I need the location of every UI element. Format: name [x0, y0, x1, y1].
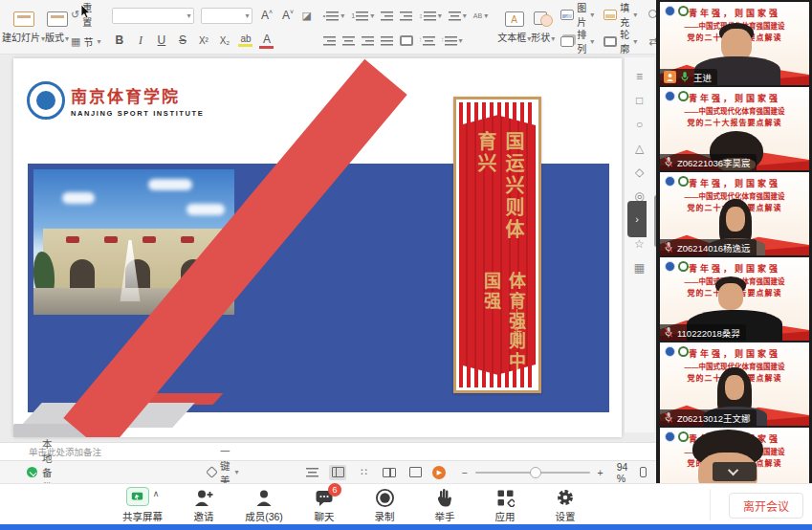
participant-tile[interactable]: 青年强，则国家强 ——中国式现代化体育强国建设 党的二十大报告要点解读 1102: [660, 257, 809, 341]
align-center-button[interactable]: [342, 35, 355, 46]
record-icon: [375, 488, 395, 508]
fill-button[interactable]: 填充▾: [604, 5, 637, 24]
text-direction-button[interactable]: AB▾: [473, 11, 488, 20]
section-icon: ▦: [71, 35, 80, 48]
scroll-participants-down-button[interactable]: [713, 462, 757, 481]
normal-view-button[interactable]: [329, 465, 346, 480]
layout-icon: [47, 11, 68, 27]
participant-name-bar: 110222018桑羿: [660, 324, 746, 341]
invite-button[interactable]: 邀请: [185, 487, 223, 523]
numbered-list-button[interactable]: 1▾: [351, 11, 374, 21]
chevron-down-icon: [727, 465, 737, 475]
notes-pane[interactable]: 单击此处添加备注: [0, 442, 656, 460]
participant-tile[interactable]: 青年强，则国家强 ——中国式现代化体育强国建设 党的二十大报告要点解读: [660, 2, 809, 85]
shapes-button[interactable]: 形状▾: [531, 4, 555, 52]
increase-indent-button[interactable]: [400, 11, 412, 21]
subscript-button[interactable]: X₂: [217, 35, 231, 46]
participant-name: 110222018桑羿: [677, 326, 740, 340]
line-spacing-button[interactable]: ↕▾: [419, 11, 442, 21]
reading-view-button[interactable]: [381, 465, 398, 480]
align-left-button[interactable]: [323, 35, 336, 46]
side-tool-media-icon[interactable]: ▦: [634, 262, 645, 274]
side-tool-design-icon[interactable]: ◇: [635, 166, 644, 178]
participant-tile[interactable]: 青年强，则国家强 ——中国式现代化体育强国建设 党的二十大报告要点解读 Z062: [660, 172, 809, 255]
school-name-en: NANJING SPORT INSTITUTE: [71, 109, 204, 118]
reset-icon: ↺: [71, 9, 79, 21]
slideshow-play-button[interactable]: ▶: [432, 466, 446, 479]
align-right-button[interactable]: [362, 35, 374, 46]
slide[interactable]: 南京体育学院 NANJING SPORT INSTITUTE: [13, 58, 622, 437]
raise-hand-button[interactable]: 举手: [426, 487, 464, 523]
school-name-cn: 南京体育学院: [71, 83, 204, 107]
window-bottom-strip: [0, 524, 812, 530]
bullet-list-button[interactable]: •▾: [323, 11, 344, 21]
align-top-button[interactable]: ∶: [420, 35, 435, 46]
align-middle-button[interactable]: ∶▾: [442, 35, 463, 46]
decrease-indent-button[interactable]: [381, 11, 393, 21]
settings-button[interactable]: 设置: [546, 487, 584, 523]
shrink-font-button[interactable]: A˅: [280, 9, 295, 22]
columns-button[interactable]: ▾: [449, 11, 467, 21]
new-slide-button[interactable]: 建幻灯片▾: [2, 4, 45, 52]
underline-button[interactable]: U: [154, 33, 168, 47]
zoom-in-button[interactable]: +: [598, 467, 604, 478]
meeting-window: 建幻灯片▾ 版式▾ ↺重置 ▦节▾ ▾ ▾ A˄ A˅ ◪ B I U S: [0, 0, 812, 530]
side-tool-slide-icon[interactable]: □: [636, 95, 643, 106]
chat-unread-badge: 6: [328, 483, 341, 497]
participant-name: Z06214016杨逸远: [677, 241, 751, 254]
record-button[interactable]: 录制: [365, 487, 404, 523]
font-size-select[interactable]: ▾: [201, 8, 252, 24]
apps-icon: [496, 489, 515, 507]
section-button[interactable]: ▦节▾: [71, 32, 100, 51]
toolbar-divider: [710, 489, 711, 520]
bold-button[interactable]: B: [112, 33, 126, 47]
fill-icon: [604, 10, 617, 20]
new-slide-icon: [13, 11, 34, 27]
slide-sorter-button[interactable]: ∷: [355, 465, 372, 480]
distribute-button[interactable]: [400, 35, 413, 46]
highlight-color-button[interactable]: ab: [238, 33, 252, 47]
participants-sidebar: 青年强，则国家强 ——中国式现代化体育强国建设 党的二十大报告要点解读: [656, 0, 812, 483]
side-tool-properties-icon[interactable]: ≡: [636, 71, 643, 82]
arrange-icon: [560, 36, 574, 47]
layout-button[interactable]: 版式▾: [45, 4, 69, 52]
chat-button[interactable]: 6 聊天: [305, 487, 343, 523]
font-name-select[interactable]: ▾: [112, 8, 194, 24]
clear-format-icon[interactable]: ◪: [301, 10, 311, 22]
superscript-button[interactable]: X²: [196, 35, 210, 46]
layout-label: 版式: [45, 33, 64, 43]
share-screen-button[interactable]: ∧ 共享屏幕: [122, 487, 163, 523]
participant-tile[interactable]: 青年强，则国家强 ——中国式现代化体育强国建设 党的二十大报告要点解读 Z062…: [660, 87, 809, 170]
mic-muted-icon: [664, 411, 673, 424]
members-button[interactable]: 成员(36): [245, 487, 283, 523]
participant-tile[interactable]: 青年强，则国家强 ——中国式现代化体育强国建设 党的二十大报告要点解读 Z062: [660, 342, 809, 426]
zoom-slider-knob[interactable]: [530, 467, 541, 478]
font-color-button[interactable]: A: [259, 33, 274, 49]
zoom-out-button[interactable]: −: [461, 467, 467, 478]
grow-font-button[interactable]: A˄: [259, 9, 274, 22]
new-slide-label: 建幻灯片: [2, 33, 40, 43]
textbox-button[interactable]: A 文本框▾: [497, 4, 531, 52]
side-tool-history-icon[interactable]: ☆: [634, 238, 645, 250]
notes-view-button[interactable]: [303, 465, 320, 480]
zoom-slider[interactable]: [475, 472, 590, 474]
scroll-banner: 国运兴则体育兴 体育强则中国强 ——习近平: [453, 97, 541, 393]
shapes-icon: [534, 11, 553, 27]
beautify-icon: [206, 466, 218, 478]
share-options-caret[interactable]: ∧: [153, 489, 160, 498]
italic-button[interactable]: I: [133, 33, 147, 48]
picture-button[interactable]: 图片▾: [560, 5, 594, 24]
apps-button[interactable]: 应用: [486, 487, 524, 523]
arrange-button[interactable]: 排列▾: [560, 32, 594, 51]
side-tool-shape-icon[interactable]: ○: [636, 119, 643, 130]
justify-button[interactable]: [381, 35, 393, 46]
side-tool-animation-icon[interactable]: △: [635, 143, 644, 154]
mouse-cursor: [80, 5, 91, 19]
strikethrough-button[interactable]: S: [175, 33, 189, 47]
backup-on-icon: [27, 467, 37, 477]
panel-collapse-handle[interactable]: ›: [627, 201, 647, 237]
presenter-view-button[interactable]: [406, 465, 424, 480]
fit-slide-button[interactable]: [640, 467, 647, 477]
outline-button[interactable]: 轮廓▾: [604, 32, 637, 51]
leave-meeting-button[interactable]: 离开会议: [729, 493, 803, 519]
